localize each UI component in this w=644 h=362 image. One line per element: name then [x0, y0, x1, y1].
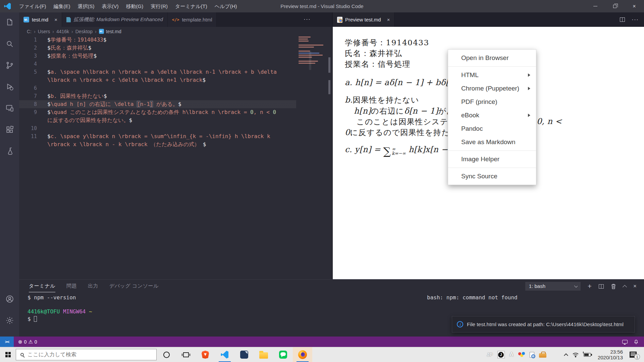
sidebar-item-search[interactable] [2, 36, 18, 52]
ime-mode[interactable]: A [509, 351, 514, 358]
close-panel-icon[interactable]: × [633, 283, 637, 290]
remote-indicator[interactable]: >< [0, 337, 14, 347]
split-terminal-icon[interactable] [599, 284, 604, 289]
more-actions-icon[interactable]: ··· [304, 12, 311, 27]
menubar-item-5[interactable]: 実行(R) [147, 0, 171, 12]
sidebar-item-explorer[interactable] [2, 14, 18, 31]
ime-pad-icon[interactable] [518, 352, 525, 358]
context-menu-item-chrome-puppeteer-[interactable]: Chrome (Puppeteer) [448, 82, 536, 95]
preview-line: c. y[n] = ∑∞k=−∞ h[k]x[n − k] [345, 145, 459, 157]
taskbar-search[interactable] [16, 349, 157, 360]
problems-status[interactable]: ⊗ 0 ⚠ 0 [18, 339, 37, 345]
panel-tab-active[interactable]: ターミナル [29, 280, 55, 292]
editor-line[interactable]: 4 [19, 60, 332, 68]
window-controls: × [586, 0, 644, 12]
context-menu-item-pandoc[interactable]: Pandoc [448, 122, 536, 135]
breadcrumb[interactable]: C:›Users›4416k›Desktop›M↓test.md [19, 27, 332, 36]
taskbar-app-line[interactable] [273, 347, 293, 362]
taskbar-app-explorer[interactable] [254, 347, 273, 362]
submenu-arrow-icon [528, 73, 530, 77]
ime-icon[interactable]: J [497, 351, 505, 358]
split-editor-icon[interactable] [620, 17, 625, 22]
cortana-button[interactable] [157, 347, 176, 362]
maximize-panel-icon[interactable] [623, 285, 627, 289]
context-menu-item-html[interactable]: HTML [448, 68, 536, 82]
taskbar-app-notes[interactable] [234, 347, 254, 362]
taskbar-clock[interactable]: 23:56 2020/10/13 [598, 349, 623, 360]
editor-line[interactable]: \rbrack x \lbrack n - k \rbrack （たたみ込みの式… [19, 140, 332, 148]
context-menu-item-ebook[interactable]: eBook [448, 109, 536, 122]
magnifier-doc-icon[interactable] [530, 352, 534, 358]
sidebar-item-run-debug[interactable] [2, 79, 18, 95]
editor-current-line[interactable]: 8$\quad h [n] の右辺に \delta [n-1] がある。$ [19, 100, 332, 108]
tray-expand-icon[interactable] [564, 353, 568, 358]
restore-button[interactable] [605, 0, 625, 12]
editor-line[interactable]: 1$学修番号：19140433$ [19, 36, 332, 44]
tab-close-icon[interactable]: × [387, 17, 390, 22]
close-window-button[interactable]: × [625, 0, 644, 12]
taskbar-app-vscode[interactable] [215, 347, 234, 362]
menubar-item-6[interactable]: ターミナル(T) [171, 0, 211, 12]
remote-explorer-icon [5, 104, 14, 113]
menubar-item-3[interactable]: 表示(V) [98, 0, 122, 12]
clock-date: 2020/10/13 [598, 355, 623, 360]
editor-line[interactable]: 9$\quad このことは因果性システムとなるための条件 h\lbrack n … [19, 108, 332, 116]
tab-label: test.md [32, 17, 48, 22]
tab-test-md[interactable]: M↓ test.md × [19, 12, 62, 27]
menubar-item-7[interactable]: ヘルプ(H) [211, 0, 241, 12]
terminal-shell-select[interactable]: 1: bash [525, 282, 581, 291]
editor-line[interactable]: 11$c. \space y\lbrack n \rbrack = \sum^\… [19, 132, 332, 140]
sidebar-item-testing[interactable] [2, 143, 18, 159]
search-input[interactable] [28, 352, 142, 358]
editor-line[interactable]: 2$氏名：森井祥弘$ [19, 44, 332, 52]
menubar-item-4[interactable]: 移動(G) [122, 0, 147, 12]
panel-tab-item[interactable]: 問題 [66, 280, 77, 292]
taskbar-app-firefox[interactable] [293, 347, 312, 362]
settings-button[interactable] [2, 312, 18, 328]
menubar-item-0[interactable]: ファイル(F) [15, 0, 50, 12]
menubar-item-2[interactable]: 選択(S) [74, 0, 98, 12]
more-actions-icon[interactable]: ··· [632, 16, 639, 23]
editor-line[interactable]: に反するので因果性を持たない。$ [19, 116, 332, 124]
sidebar-item-extensions[interactable] [2, 122, 18, 138]
context-menu-item-pdf-prince-[interactable]: PDF (prince) [448, 95, 536, 109]
menubar-item-1[interactable]: 編集(E) [50, 0, 74, 12]
new-terminal-button[interactable]: + [588, 283, 592, 290]
start-button[interactable] [0, 347, 16, 362]
toolbox-icon[interactable] [539, 353, 546, 358]
bell-icon[interactable] [634, 339, 639, 345]
tab-extension-mpe[interactable]: 拡張機能: Markdown Preview Enhanced [62, 12, 168, 27]
context-menu-item-image-helper[interactable]: Image Helper [448, 153, 536, 166]
context-menu-item-save-as-markdown[interactable]: Save as Markdown [448, 135, 536, 149]
ime-language[interactable]: JP [487, 352, 493, 357]
editor-line[interactable]: 10 [19, 124, 332, 132]
editor-line[interactable]: 5$a. \space h\lbrack n \rbrack = a \delt… [19, 68, 332, 76]
tab-preview-test-md[interactable]: Preview test.md × [333, 12, 394, 27]
panel-tab-item[interactable]: デバッグ コンソール [109, 280, 159, 292]
wifi-icon[interactable] [572, 352, 579, 357]
overview-ruler-mark [328, 80, 330, 94]
action-center-icon[interactable]: 1 [630, 352, 637, 358]
sidebar-item-remote-explorer[interactable] [2, 100, 18, 116]
account-button[interactable] [2, 291, 18, 307]
editor-line[interactable]: \lbrack n \rbrack + c \delta \lbrack n+1… [19, 76, 332, 84]
task-view-button[interactable] [176, 347, 196, 362]
editor-line[interactable]: 3$授業名：信号処理$ [19, 52, 332, 60]
kill-terminal-icon[interactable] [611, 284, 616, 289]
taskbar-app-brave[interactable] [196, 347, 215, 362]
context-menu-item-open-in-browser[interactable]: Open in Browser [448, 51, 536, 65]
context-menu-item-sync-source[interactable]: Sync Source [448, 170, 536, 183]
minimap[interactable] [298, 37, 329, 104]
notification-toast[interactable]: i File test.html was created at path: C:… [452, 316, 635, 333]
editor-line[interactable]: 7$b. 因果性を持たない$ [19, 92, 332, 100]
code-editor[interactable]: 1$学修番号：19140433$2$氏名：森井祥弘$3$授業名：信号処理$45$… [19, 36, 332, 279]
editor-line[interactable]: 6 [19, 84, 332, 92]
minimap-slider[interactable] [309, 51, 311, 70]
minimize-button[interactable] [586, 0, 605, 12]
battery-icon[interactable] [584, 353, 591, 357]
tab-template-html[interactable]: </> template.html [168, 12, 217, 27]
screencast-icon[interactable] [622, 340, 628, 344]
panel-tab-item[interactable]: 出力 [88, 280, 98, 292]
tab-close-icon[interactable]: × [54, 17, 57, 22]
sidebar-item-source-control[interactable] [2, 57, 18, 73]
